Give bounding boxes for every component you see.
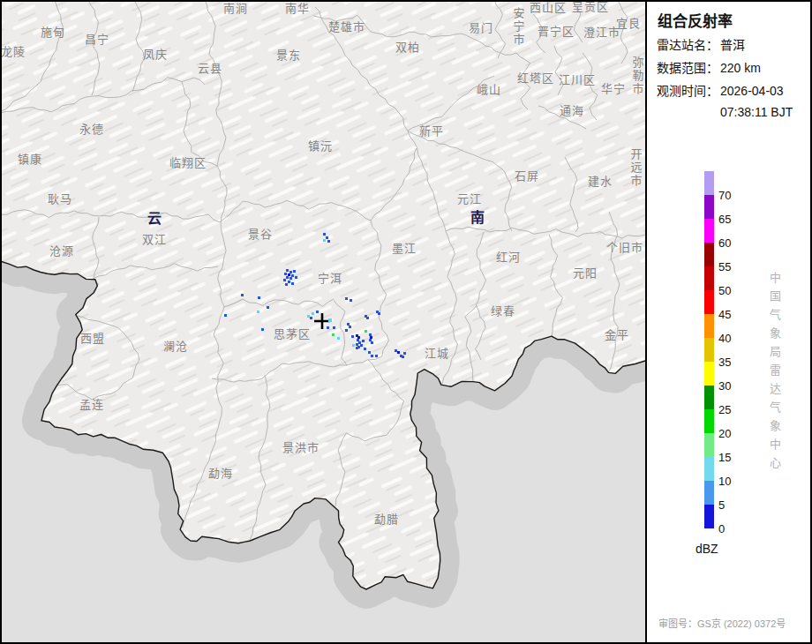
obs-time-label: 观测时间： [657, 79, 720, 102]
colorbar-tick-label: 35 [718, 356, 731, 368]
data-range-label: 数据范围： [657, 56, 720, 79]
obs-clock-value: 07:38:11 BJT [720, 102, 807, 122]
colorbar-tick-label: 10 [718, 476, 731, 487]
colorbar-segment [704, 505, 714, 528]
radar-display: 龙陵施甸昌宁凤庆云县永德镇康临翔区南涧南华楚雄市双柏景东镇沅易门安宁市西山区呈贡… [0, 0, 812, 644]
colorbar-segment [704, 433, 714, 457]
colorbar-tick-label: 45 [718, 309, 731, 320]
colorbar-segment [704, 290, 714, 314]
colorbar-tick-label: 40 [718, 333, 731, 344]
obs-date-value: 2026-04-03 [720, 84, 784, 98]
colorbar-tick-label: 50 [718, 285, 731, 296]
colorbar-segment [704, 171, 714, 195]
obs-time-field: 观测时间：2026-04-03 07:38:11 BJT [657, 79, 807, 122]
colorbar-segment [704, 409, 714, 433]
colorbar-segment [704, 219, 714, 243]
colorbar-tick-label: 0 [718, 523, 725, 535]
colorbar-tick-label: 20 [718, 428, 731, 439]
colorbar-tick-label: 70 [718, 190, 731, 201]
colorbar-segment [704, 314, 714, 338]
station-name-field: 雷达站名：普洱 [657, 34, 807, 56]
dbz-unit-label: dBZ [695, 542, 718, 556]
colorbar-segment [704, 338, 714, 362]
colorbar-segment [704, 266, 714, 290]
station-name-label: 雷达站名： [657, 34, 720, 56]
metadata-fields: 雷达站名：普洱 数据范围：220 km 观测时间：2026-04-03 07:3… [657, 34, 807, 122]
colorbar-tick-label: 55 [718, 261, 731, 273]
colorbar-tick-label: 60 [718, 237, 731, 249]
map-canvas [0, 0, 645, 644]
station-name-value: 普洱 [720, 38, 745, 52]
colorbar-segment [704, 362, 714, 386]
product-title: 组合反射率 [658, 9, 733, 31]
colorbar-segment [704, 243, 714, 266]
colorbar-tick-label: 65 [718, 213, 731, 225]
map-license-number: 审图号：GS京 (2022) 0372号 [658, 616, 786, 630]
colorbar-segment [704, 481, 714, 505]
colorbar-segment [704, 386, 714, 409]
colorbar-tick-label: 5 [718, 499, 725, 511]
data-range-value: 220 km [720, 61, 761, 75]
info-panel: 组合反射率 雷达站名：普洱 数据范围：220 km 观测时间：2026-04-0… [647, 2, 810, 642]
colorbar-segment [704, 195, 714, 219]
data-range-field: 数据范围：220 km [657, 56, 807, 79]
colorbar-tick-label: 25 [718, 404, 731, 416]
colorbar-segment [704, 457, 714, 481]
colorbar-tick-label: 15 [718, 452, 731, 463]
colorbar-tick-label: 30 [718, 380, 731, 392]
watermark-vertical-text: 中国气象局雷达气象中心 [766, 272, 783, 476]
